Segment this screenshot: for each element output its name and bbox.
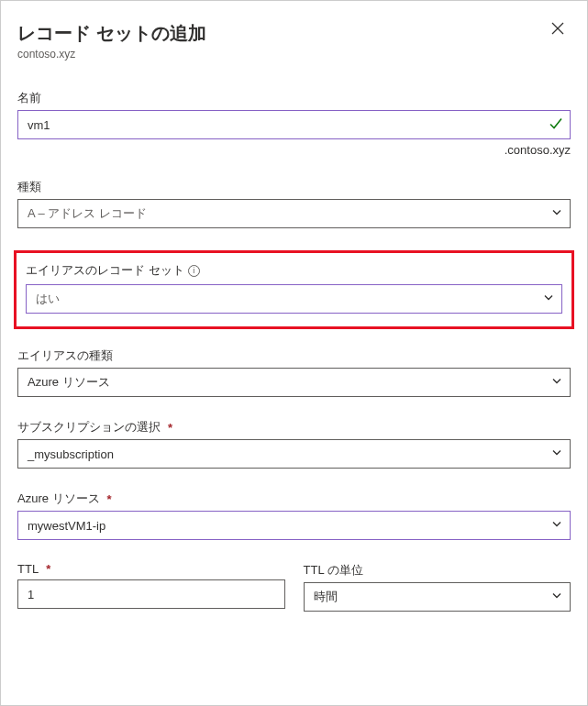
subscription-value: _mysubscription bbox=[28, 447, 114, 461]
ttl-unit-value: 時間 bbox=[314, 589, 338, 605]
alias-type-field-group: エイリアスの種類 Azure リソース bbox=[17, 347, 571, 397]
alias-type-select[interactable]: Azure リソース bbox=[17, 368, 571, 397]
name-input[interactable] bbox=[17, 110, 571, 139]
alias-record-set-select[interactable]: はい bbox=[26, 284, 562, 314]
subscription-select[interactable]: _mysubscription bbox=[17, 439, 571, 469]
alias-record-set-value: はい bbox=[36, 291, 60, 307]
type-select-value: A – アドレス レコード bbox=[28, 205, 147, 222]
ttl-unit-field-group: TTL の単位 時間 bbox=[304, 562, 571, 612]
chevron-down-icon bbox=[543, 292, 554, 306]
chevron-down-icon bbox=[551, 519, 562, 533]
type-label: 種類 bbox=[17, 179, 571, 195]
azure-resource-label: Azure リソース * bbox=[17, 491, 571, 507]
ttl-unit-label: TTL の単位 bbox=[304, 562, 571, 579]
close-icon bbox=[550, 25, 565, 39]
required-mark: * bbox=[168, 421, 172, 435]
alias-record-set-label: エイリアスのレコード セット i bbox=[26, 262, 562, 279]
name-field-group: 名前 .contoso.xyz bbox=[17, 90, 571, 157]
ttl-label: TTL * bbox=[17, 562, 285, 576]
panel-title: レコード セットの追加 bbox=[17, 21, 206, 46]
check-icon bbox=[549, 116, 563, 134]
panel-subtitle: contoso.xyz bbox=[17, 48, 206, 61]
close-button[interactable] bbox=[545, 16, 571, 44]
azure-resource-value: mywestVM1-ip bbox=[28, 519, 105, 533]
azure-resource-field-group: Azure リソース * mywestVM1-ip bbox=[17, 491, 571, 540]
required-mark: * bbox=[107, 492, 112, 506]
chevron-down-icon bbox=[551, 376, 562, 390]
chevron-down-icon bbox=[551, 590, 562, 604]
subscription-field-group: サブスクリプションの選択 * _mysubscription bbox=[17, 419, 571, 469]
type-select[interactable]: A – アドレス レコード bbox=[17, 199, 571, 228]
ttl-row: TTL * TTL の単位 時間 bbox=[17, 562, 571, 634]
ttl-unit-select[interactable]: 時間 bbox=[304, 582, 571, 612]
alias-type-value: Azure リソース bbox=[28, 374, 110, 391]
info-icon[interactable]: i bbox=[188, 265, 200, 277]
panel-header: レコード セットの追加 contoso.xyz bbox=[17, 16, 571, 90]
ttl-input[interactable] bbox=[17, 579, 285, 609]
type-field-group: 種類 A – アドレス レコード bbox=[17, 179, 571, 228]
name-label: 名前 bbox=[17, 90, 571, 106]
chevron-down-icon bbox=[551, 447, 562, 461]
alias-record-set-highlight: エイリアスのレコード セット i はい bbox=[14, 250, 574, 329]
subscription-label: サブスクリプションの選択 * bbox=[17, 419, 571, 436]
ttl-field-group: TTL * bbox=[17, 562, 285, 612]
add-record-set-panel: レコード セットの追加 contoso.xyz 名前 .contoso.xyz … bbox=[0, 0, 588, 706]
required-mark: * bbox=[46, 562, 50, 576]
alias-type-label: エイリアスの種類 bbox=[17, 347, 571, 364]
name-suffix: .contoso.xyz bbox=[17, 143, 571, 157]
azure-resource-select[interactable]: mywestVM1-ip bbox=[17, 511, 571, 540]
chevron-down-icon bbox=[551, 207, 562, 221]
